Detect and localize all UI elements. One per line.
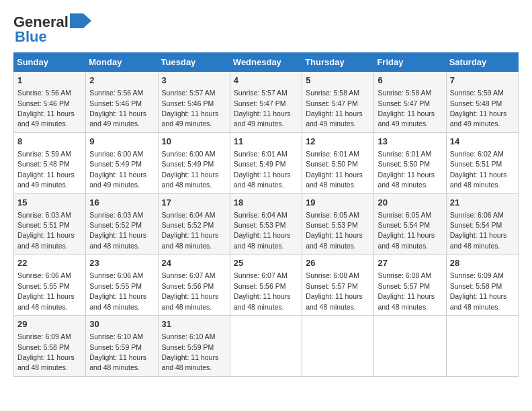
day-sunset: Sunset: 5:49 PM [162, 160, 214, 168]
calendar-day-cell: 31 Sunrise: 6:10 AM Sunset: 5:59 PM Dayl… [158, 316, 230, 377]
day-daylight: Daylight: 11 hours and 48 minutes. [89, 231, 146, 249]
day-sunset: Sunset: 5:48 PM [450, 99, 502, 107]
day-daylight: Daylight: 11 hours and 49 minutes. [89, 109, 146, 128]
day-sunrise: Sunrise: 6:03 AM [89, 211, 143, 219]
day-sunset: Sunset: 5:54 PM [378, 221, 430, 229]
day-sunrise: Sunrise: 5:59 AM [450, 89, 504, 97]
day-sunset: Sunset: 5:46 PM [162, 99, 214, 107]
day-number: 29 [17, 318, 82, 330]
day-daylight: Daylight: 11 hours and 48 minutes. [450, 292, 507, 310]
day-of-week-header: Sunday [14, 53, 86, 72]
day-daylight: Daylight: 11 hours and 49 minutes. [378, 109, 435, 128]
day-number: 28 [450, 257, 515, 269]
day-sunrise: Sunrise: 6:06 AM [89, 271, 143, 279]
day-sunrise: Sunrise: 6:08 AM [306, 271, 359, 279]
day-daylight: Daylight: 11 hours and 48 minutes. [234, 231, 291, 249]
logo-blue-text: Blue [15, 28, 47, 45]
calendar-day-cell: 19 Sunrise: 6:05 AM Sunset: 5:53 PM Dayl… [302, 193, 374, 255]
day-number: 7 [450, 75, 515, 87]
day-sunset: Sunset: 5:56 PM [162, 282, 214, 290]
day-sunset: Sunset: 5:47 PM [234, 99, 286, 107]
day-sunset: Sunset: 5:53 PM [306, 221, 358, 229]
day-number: 6 [378, 75, 442, 87]
calendar-day-cell: 11 Sunrise: 6:01 AM Sunset: 5:49 PM Dayl… [230, 132, 302, 193]
day-sunrise: Sunrise: 6:10 AM [162, 332, 216, 340]
day-number: 17 [162, 197, 226, 209]
day-sunset: Sunset: 5:51 PM [17, 221, 70, 229]
calendar-day-cell: 2 Sunrise: 5:56 AM Sunset: 5:46 PM Dayli… [86, 72, 158, 133]
day-daylight: Daylight: 11 hours and 48 minutes. [378, 231, 435, 249]
calendar-day-cell: 25 Sunrise: 6:07 AM Sunset: 5:56 PM Dayl… [230, 255, 302, 316]
day-sunrise: Sunrise: 6:02 AM [450, 150, 504, 158]
day-sunrise: Sunrise: 6:01 AM [234, 150, 287, 158]
calendar-day-cell: 20 Sunrise: 6:05 AM Sunset: 5:54 PM Dayl… [374, 193, 446, 255]
calendar-day-cell: 18 Sunrise: 6:04 AM Sunset: 5:53 PM Dayl… [230, 193, 302, 255]
day-of-week-header: Thursday [302, 53, 374, 72]
day-number: 16 [89, 197, 154, 209]
day-daylight: Daylight: 11 hours and 48 minutes. [450, 171, 507, 189]
day-daylight: Daylight: 11 hours and 48 minutes. [306, 231, 363, 249]
day-sunset: Sunset: 5:49 PM [89, 160, 142, 168]
calendar-week-row: 1 Sunrise: 5:56 AM Sunset: 5:46 PM Dayli… [14, 72, 519, 133]
day-sunrise: Sunrise: 6:09 AM [17, 332, 71, 340]
day-sunrise: Sunrise: 5:57 AM [162, 89, 216, 97]
calendar-week-row: 15 Sunrise: 6:03 AM Sunset: 5:51 PM Dayl… [14, 193, 519, 255]
day-number: 10 [162, 136, 226, 148]
day-daylight: Daylight: 11 hours and 48 minutes. [378, 292, 435, 310]
calendar-day-cell: 10 Sunrise: 6:00 AM Sunset: 5:49 PM Dayl… [158, 132, 230, 193]
day-sunrise: Sunrise: 6:00 AM [89, 150, 143, 158]
day-sunset: Sunset: 5:50 PM [378, 160, 430, 168]
day-number: 2 [89, 75, 154, 87]
day-sunrise: Sunrise: 6:07 AM [162, 271, 216, 279]
header: General Blue [13, 13, 519, 46]
calendar-day-cell [446, 316, 518, 377]
day-sunset: Sunset: 5:49 PM [234, 160, 286, 168]
logo-icon [70, 13, 91, 28]
day-daylight: Daylight: 11 hours and 48 minutes. [162, 292, 219, 310]
day-sunset: Sunset: 5:47 PM [378, 99, 430, 107]
day-daylight: Daylight: 11 hours and 48 minutes. [162, 171, 219, 189]
day-sunset: Sunset: 5:56 PM [234, 282, 286, 290]
day-sunset: Sunset: 5:51 PM [450, 160, 502, 168]
day-sunset: Sunset: 5:59 PM [162, 343, 214, 351]
calendar-table: SundayMondayTuesdayWednesdayThursdayFrid… [13, 52, 519, 377]
day-sunrise: Sunrise: 6:05 AM [378, 211, 431, 219]
day-daylight: Daylight: 11 hours and 49 minutes. [306, 109, 363, 128]
day-daylight: Daylight: 11 hours and 48 minutes. [378, 171, 435, 189]
day-daylight: Daylight: 11 hours and 48 minutes. [306, 171, 363, 189]
day-number: 3 [162, 75, 226, 87]
day-sunset: Sunset: 5:52 PM [89, 221, 142, 229]
day-number: 18 [234, 197, 298, 209]
calendar-week-row: 29 Sunrise: 6:09 AM Sunset: 5:58 PM Dayl… [14, 316, 519, 377]
day-daylight: Daylight: 11 hours and 48 minutes. [162, 353, 219, 371]
day-sunrise: Sunrise: 6:04 AM [162, 211, 216, 219]
day-number: 25 [234, 257, 298, 269]
day-number: 14 [450, 136, 515, 148]
day-number: 31 [162, 318, 226, 330]
day-sunrise: Sunrise: 6:06 AM [17, 271, 71, 279]
day-daylight: Daylight: 11 hours and 49 minutes. [450, 109, 507, 128]
calendar-day-cell: 28 Sunrise: 6:09 AM Sunset: 5:58 PM Dayl… [446, 255, 518, 316]
day-number: 19 [306, 197, 370, 209]
day-sunrise: Sunrise: 6:00 AM [162, 150, 216, 158]
calendar-day-cell: 7 Sunrise: 5:59 AM Sunset: 5:48 PM Dayli… [446, 72, 518, 133]
calendar-day-cell: 26 Sunrise: 6:08 AM Sunset: 5:57 PM Dayl… [302, 255, 374, 316]
day-daylight: Daylight: 11 hours and 49 minutes. [17, 109, 75, 128]
day-of-week-header: Saturday [446, 53, 518, 72]
calendar-day-cell: 1 Sunrise: 5:56 AM Sunset: 5:46 PM Dayli… [14, 72, 86, 133]
calendar-day-cell: 27 Sunrise: 6:08 AM Sunset: 5:57 PM Dayl… [374, 255, 446, 316]
day-sunset: Sunset: 5:50 PM [306, 160, 358, 168]
calendar-day-cell: 22 Sunrise: 6:06 AM Sunset: 5:55 PM Dayl… [14, 255, 86, 316]
calendar-day-cell: 5 Sunrise: 5:58 AM Sunset: 5:47 PM Dayli… [302, 72, 374, 133]
day-daylight: Daylight: 11 hours and 48 minutes. [162, 231, 219, 249]
day-of-week-header: Monday [86, 53, 158, 72]
day-daylight: Daylight: 11 hours and 48 minutes. [17, 231, 75, 249]
day-sunset: Sunset: 5:55 PM [17, 282, 70, 290]
day-sunset: Sunset: 5:58 PM [450, 282, 502, 290]
day-number: 21 [450, 197, 515, 209]
day-number: 27 [378, 257, 442, 269]
day-sunrise: Sunrise: 5:59 AM [17, 150, 71, 158]
day-number: 12 [306, 136, 370, 148]
day-daylight: Daylight: 11 hours and 48 minutes. [234, 171, 291, 189]
day-sunrise: Sunrise: 6:06 AM [450, 211, 504, 219]
